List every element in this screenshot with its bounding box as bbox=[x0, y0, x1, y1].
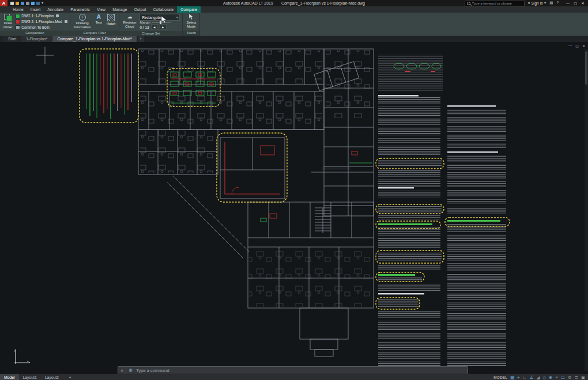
dwg2-toggle[interactable]: DWG 2: 1-Floorplan-Mod bbox=[16, 20, 67, 24]
panel-compare-filter: i Drawing Information A Text Hatch Compa… bbox=[70, 13, 120, 36]
new-layout-button[interactable]: + bbox=[63, 374, 77, 380]
dwg1-color-swatch[interactable] bbox=[16, 14, 20, 18]
ribbon-tab-manage[interactable]: Manage bbox=[109, 6, 130, 13]
restore-button[interactable]: ▢ bbox=[572, 0, 579, 6]
vertical-scrollbar[interactable] bbox=[585, 49, 588, 371]
autocad-window: { "titlebar": { "app_title": "Autodesk A… bbox=[0, 0, 588, 380]
chevron-down-icon: ▾ bbox=[544, 1, 546, 5]
ortho-icon[interactable]: ∟ bbox=[522, 375, 526, 380]
layout1-tab[interactable]: Layout1 bbox=[19, 374, 41, 380]
ribbon-tab-compare[interactable]: Compare bbox=[177, 6, 201, 13]
close-button[interactable]: ✕ bbox=[579, 0, 586, 6]
furniture-pattern bbox=[140, 50, 372, 307]
dwg1-options-icon[interactable] bbox=[56, 14, 59, 17]
layout2-tab[interactable]: Layout2 bbox=[41, 374, 63, 380]
app-logo-icon[interactable]: A bbox=[0, 0, 7, 6]
ribbon-tab-output[interactable]: Output bbox=[130, 6, 149, 13]
file-tab-start[interactable]: Start bbox=[3, 36, 21, 42]
user-icon: ● bbox=[528, 1, 530, 5]
object-snap-icon[interactable]: ◇ bbox=[542, 375, 546, 380]
grid-icon[interactable]: ▦ bbox=[510, 375, 514, 380]
floorplan-drawing[interactable] bbox=[0, 42, 588, 374]
status-bar: Model Layout1 Layout2 + MODEL ▦ ⌖ ∟ ∠ ◢ … bbox=[0, 374, 588, 380]
compare-ribbon: Draw Order DWG 1: 1-Floorplan DWG 2: 1-F… bbox=[0, 13, 588, 36]
file-tab-floorplan[interactable]: 1-Floorplan* bbox=[21, 36, 52, 42]
text-filter-button[interactable]: A Text bbox=[95, 13, 103, 30]
new-file-icon[interactable] bbox=[10, 2, 14, 5]
file-tab-bar: Start 1-Floorplan* Compare_1-Floorplan v… bbox=[0, 36, 588, 42]
doc-close-button[interactable]: ✕ bbox=[582, 44, 585, 48]
quick-access-toolbar: ▾ bbox=[10, 1, 43, 5]
title-bar: A ▾ Autodesk AutoCAD LT 2019 Compare_1-F… bbox=[0, 0, 588, 6]
annotation-scale-icon[interactable]: ▭ bbox=[561, 375, 565, 380]
doc-restore-button[interactable]: ▢ bbox=[575, 44, 579, 48]
panel-label-comparison[interactable]: Comparison bbox=[0, 31, 70, 36]
dwg2-options-icon[interactable] bbox=[65, 20, 67, 23]
draw-order-button[interactable]: Draw Order bbox=[2, 13, 13, 30]
panel-label-compare-filter[interactable]: Compare Filter bbox=[70, 31, 119, 36]
mouse-cursor bbox=[161, 16, 168, 24]
drawing-area[interactable]: — ▢ ✕ bbox=[0, 42, 588, 374]
clean-screen-icon[interactable]: ▣ bbox=[581, 375, 585, 380]
text-filter-icon: A bbox=[96, 14, 101, 20]
app-title: Autodesk AutoCAD LT 2019 bbox=[223, 1, 273, 5]
sign-in-button[interactable]: ● Sign In ▾ bbox=[528, 1, 546, 5]
dwg1-toggle[interactable]: DWG 1: 1-Floorplan bbox=[16, 14, 67, 18]
ucs-icon bbox=[14, 349, 30, 364]
scrollbar-thumb[interactable] bbox=[585, 51, 587, 85]
ribbon-tab-collaborate[interactable]: Collaborate bbox=[149, 6, 177, 13]
minimize-button[interactable]: — bbox=[564, 0, 571, 6]
file-tab-compare[interactable]: Compare_1-Floorplan vs 1-Floorplan-Mod* bbox=[52, 36, 136, 42]
qat-dropdown-icon[interactable]: ▾ bbox=[42, 1, 43, 5]
new-drawing-tab-button[interactable]: + bbox=[138, 36, 144, 42]
panel-comparison: Draw Order DWG 1: 1-Floorplan DWG 2: 1-F… bbox=[0, 13, 70, 36]
lineweight-icon[interactable]: ≡ bbox=[555, 375, 557, 380]
chevron-down-icon: ▾ bbox=[176, 16, 178, 19]
command-input[interactable] bbox=[135, 367, 468, 374]
ribbon-empty-area bbox=[200, 13, 588, 36]
select-mode-icon bbox=[189, 14, 194, 20]
select-mode-button[interactable]: Select Mode bbox=[185, 13, 197, 30]
object-snap-tracking-icon[interactable]: ⊕ bbox=[549, 375, 552, 380]
snap-icon[interactable]: ⌖ bbox=[517, 375, 519, 380]
ribbon-tab-parametric[interactable]: Parametric bbox=[67, 6, 93, 13]
open-file-icon[interactable] bbox=[16, 2, 19, 5]
search-input[interactable] bbox=[472, 2, 522, 5]
drawing-information-button[interactable]: i Drawing Information bbox=[73, 13, 92, 30]
ribbon-tab-annotate[interactable]: Annotate bbox=[44, 6, 67, 13]
info-icon: i bbox=[79, 14, 86, 21]
hatch-filter-button[interactable]: Hatch bbox=[105, 13, 117, 30]
ribbon-tab-home[interactable]: Home bbox=[9, 6, 27, 13]
polar-tracking-icon[interactable]: ∠ bbox=[530, 375, 534, 380]
customization-icon[interactable]: ≣ bbox=[575, 375, 578, 380]
print-icon[interactable] bbox=[26, 2, 29, 5]
command-customize-icon[interactable]: ⚙ bbox=[129, 368, 133, 373]
apps-icon[interactable]: ▤ bbox=[549, 1, 553, 5]
crosshair-icon bbox=[36, 47, 54, 64]
search-icon bbox=[467, 2, 470, 5]
ribbon-tab-insert[interactable]: Insert bbox=[27, 6, 44, 13]
help-icon[interactable]: ? bbox=[556, 1, 559, 5]
cloud-style-dropdown[interactable]: Rectangular ▾ bbox=[140, 14, 180, 21]
isodraft-icon[interactable]: ◢ bbox=[537, 375, 540, 380]
common-toggle[interactable]: Common To Both bbox=[16, 25, 67, 30]
redo-icon[interactable] bbox=[36, 2, 40, 5]
panel-touch: Select Mode Touch bbox=[183, 13, 200, 36]
ribbon-tab-view[interactable]: View bbox=[93, 6, 109, 13]
save-icon[interactable] bbox=[21, 2, 24, 5]
panel-label-change-set[interactable]: Change Set bbox=[119, 31, 182, 36]
model-tab[interactable]: Model bbox=[0, 374, 19, 380]
undo-icon[interactable] bbox=[31, 2, 35, 5]
compare-legend: DWG 1: 1-Floorplan DWG 2: 1-Floorplan-Mo… bbox=[16, 13, 67, 30]
workspace-gear-icon[interactable]: ⚙ bbox=[568, 375, 572, 380]
previous-change-button[interactable]: ◀ bbox=[151, 24, 158, 30]
revision-cloud-button[interactable]: ☁ Revision Cloud bbox=[122, 13, 137, 31]
doc-minimize-button[interactable]: — bbox=[568, 44, 572, 48]
next-change-button[interactable]: ▶ bbox=[160, 24, 167, 30]
common-color-swatch[interactable] bbox=[16, 25, 20, 30]
model-space-indicator[interactable]: MODEL bbox=[493, 375, 507, 379]
change-set-counter: 0 / 13 bbox=[140, 25, 149, 29]
titlebar-right: ● Sign In ▾ ▤ ? — ▢ ✕ bbox=[465, 0, 588, 6]
dwg2-color-swatch[interactable] bbox=[16, 20, 20, 24]
panel-label-touch[interactable]: Touch bbox=[183, 31, 199, 36]
